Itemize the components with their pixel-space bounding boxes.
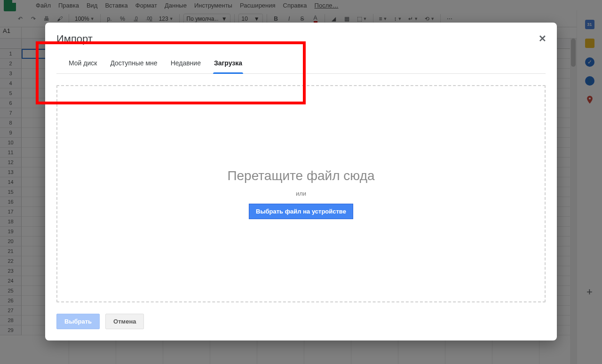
- tab-recent[interactable]: Недавние: [164, 53, 207, 73]
- tab-shared[interactable]: Доступные мне: [103, 53, 164, 73]
- modal-title: Импорт: [56, 33, 546, 45]
- tab-my-drive[interactable]: Мой диск: [62, 53, 103, 73]
- dropzone-or: или: [296, 190, 306, 197]
- modal-footer: Выбрать Отмена: [45, 314, 557, 340]
- choose-file-button[interactable]: Выбрать файл на устройстве: [249, 204, 353, 219]
- cancel-button[interactable]: Отмена: [105, 314, 144, 329]
- picker-tabs: Мой диск Доступные мне Недавние Загрузка: [56, 53, 546, 74]
- file-dropzone[interactable]: Перетащите файл сюда или Выбрать файл на…: [56, 85, 546, 302]
- close-icon[interactable]: ✕: [539, 33, 547, 44]
- dropzone-text: Перетащите файл сюда: [227, 168, 374, 183]
- select-button[interactable]: Выбрать: [56, 314, 100, 329]
- modal-header: Импорт ✕ Мой диск Доступные мне Недавние…: [45, 23, 557, 74]
- modal-body: Перетащите файл сюда или Выбрать файл на…: [45, 74, 557, 314]
- tab-upload[interactable]: Загрузка: [207, 53, 249, 73]
- import-modal: Импорт ✕ Мой диск Доступные мне Недавние…: [45, 23, 557, 340]
